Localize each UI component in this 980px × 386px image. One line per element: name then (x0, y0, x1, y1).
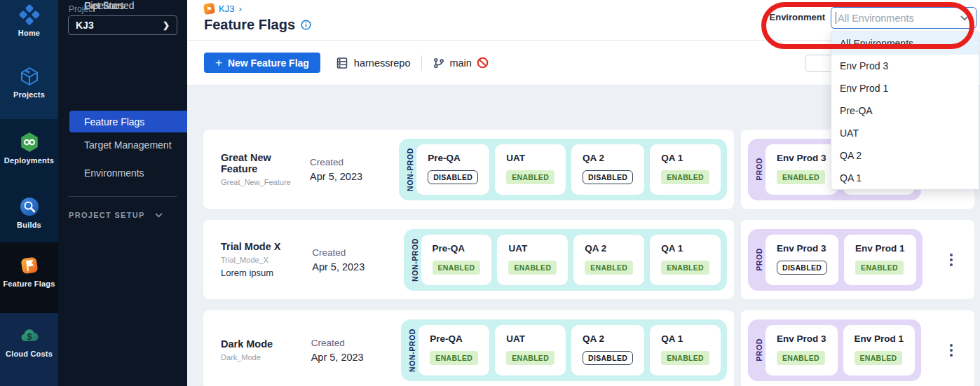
kebab-menu-button[interactable] (947, 251, 955, 269)
environment-card[interactable]: Env Prod 3DISABLED (765, 235, 838, 285)
rail-label: Cloud Costs (0, 350, 58, 358)
rail-item-projects[interactable]: Projects (0, 66, 58, 99)
non-prod-group-label: NON-PROD (408, 329, 416, 372)
environment-card[interactable]: Pre-QAENABLED (418, 325, 489, 375)
environment-card[interactable]: Pre-QADISABLED (416, 144, 489, 195)
environment-name: UAT (506, 333, 554, 344)
plus-icon: + (215, 56, 222, 70)
environment-card[interactable]: Pre-QAENABLED (421, 235, 492, 285)
flag-description: Lorem ipsum (221, 268, 312, 278)
created-date: Apr 5, 2023 (312, 261, 403, 273)
environment-name: UAT (506, 153, 554, 163)
flag-identifier: Trial_Mode_X (221, 256, 312, 264)
project-sidebar: Project KJ3 ❯ Feature Flags Target Manag… (58, 0, 187, 386)
environment-select[interactable]: All Environments (831, 7, 976, 29)
sidebar-item-environments[interactable]: Environments (84, 167, 144, 179)
environment-card[interactable]: QA 1ENABLED (650, 144, 721, 195)
status-badge: ENABLED (661, 351, 709, 365)
branch-selector[interactable]: main (433, 57, 488, 69)
environment-card[interactable]: UATENABLED (495, 144, 566, 195)
environment-card[interactable]: Env Prod 1ENABLED (844, 235, 916, 285)
status-badge: ENABLED (506, 351, 554, 365)
environment-card[interactable]: Env Prod 3ENABLED (765, 325, 838, 375)
flag-card[interactable]: Great New Feature Great_New_Feature Crea… (203, 130, 734, 209)
status-badge: ENABLED (661, 261, 709, 275)
status-badge: ENABLED (777, 170, 825, 184)
dropdown-option[interactable]: QA 1 (831, 167, 979, 189)
flag-name[interactable]: Trial Mode X (221, 241, 312, 252)
page-title: Feature Flags (204, 17, 295, 33)
environment-card[interactable]: QA 2DISABLED (571, 144, 644, 195)
dropdown-option[interactable]: Env Prod 1 (831, 77, 979, 99)
rail-item-feature-flags[interactable]: Feature Flags (0, 255, 58, 288)
flag-name-column: Trial Mode X Trial_Mode_X Lorem ipsum (221, 241, 312, 278)
dropdown-option[interactable]: All Environments (831, 32, 979, 55)
sidebar-item-target-management[interactable]: Target Management (84, 139, 172, 151)
feature-flag-row: Trial Mode X Trial_Mode_X Lorem ipsum Cr… (203, 220, 980, 299)
sidebar-item-feature-flags[interactable]: Feature Flags (69, 111, 187, 132)
new-feature-flag-button[interactable]: + New Feature Flag (204, 53, 320, 73)
flag-prod-card: PROD Env Prod 3ENABLEDEnv Prod 1ENABLED (741, 310, 974, 386)
harness-flag-icon: ⚑ (203, 3, 215, 15)
chevron-down-icon (155, 213, 163, 218)
environment-card[interactable]: QA 1ENABLED (650, 325, 721, 375)
rail-item-home[interactable]: Home (0, 4, 58, 37)
environment-card[interactable]: UATENABLED (495, 325, 566, 375)
environment-card[interactable]: QA 1ENABLED (650, 235, 721, 285)
kebab-menu-button[interactable] (947, 341, 955, 359)
created-column: Created Apr 5, 2023 (312, 247, 403, 273)
breadcrumb-project[interactable]: KJ3 (219, 4, 234, 14)
environment-card[interactable]: UATENABLED (497, 235, 568, 285)
environment-name: QA 2 (583, 333, 633, 344)
status-badge: DISABLED (583, 351, 633, 365)
flag-card[interactable]: Trial Mode X Trial_Mode_X Lorem ipsum Cr… (203, 220, 734, 299)
text-cursor (836, 12, 836, 24)
breadcrumb[interactable]: ⚑ KJ3 › (204, 4, 242, 14)
status-badge: ENABLED (855, 261, 904, 275)
flag-name[interactable]: Dark Mode (221, 338, 311, 350)
environment-name: Env Prod 1 (855, 243, 905, 254)
rail-label: Projects (0, 90, 58, 99)
project-setup-label: PROJECT SETUP (69, 211, 145, 219)
sidebar-item-get-started[interactable]: Get Started (84, 0, 135, 11)
chevron-right-icon: ❯ (163, 20, 170, 30)
environment-card[interactable]: Env Prod 3ENABLED (765, 144, 838, 195)
environment-card[interactable]: QA 2DISABLED (571, 325, 644, 375)
environment-card[interactable]: Env Prod 1ENABLED (843, 325, 916, 375)
project-selector[interactable]: KJ3 ❯ (68, 15, 177, 35)
created-label: Created (310, 157, 399, 167)
environment-name: Env Prod 3 (777, 153, 826, 163)
status-badge: ENABLED (508, 261, 557, 275)
info-icon[interactable] (301, 20, 311, 30)
repo-selector[interactable]: harnessrepo (336, 57, 411, 69)
dropdown-option[interactable]: QA 2 (831, 144, 979, 167)
deployments-icon (19, 132, 40, 153)
prod-group-label: PROD (755, 158, 763, 181)
environment-name: Pre-QA (428, 153, 478, 163)
toolbar-divider (421, 55, 422, 71)
environment-name: Pre-QA (430, 333, 478, 344)
rail-item-builds[interactable]: Builds (0, 196, 58, 229)
rail-label: Home (0, 29, 58, 37)
rail-item-cloud-costs[interactable]: $ Cloud Costs (0, 325, 58, 358)
rail-item-deployments[interactable]: Deployments (0, 132, 58, 165)
flag-card[interactable]: Dark Mode Dark_Mode Created Apr 5, 2023 … (203, 310, 734, 386)
flag-identifier: Dark_Mode (221, 353, 311, 361)
breadcrumb-separator: › (238, 4, 241, 14)
dropdown-option[interactable]: Pre-QA (831, 99, 979, 122)
dropdown-option[interactable]: UAT (831, 122, 979, 144)
environment-name: QA 2 (583, 153, 633, 163)
svg-text:$: $ (27, 332, 32, 342)
rail-label: Feature Flags (0, 280, 58, 288)
environment-name: Env Prod 3 (777, 333, 826, 344)
project-setup-toggle[interactable]: PROJECT SETUP (69, 211, 163, 219)
environment-filter-label: Environment (761, 12, 825, 22)
environment-card[interactable]: QA 2ENABLED (573, 235, 644, 285)
flag-name[interactable]: Great New Feature (221, 152, 310, 174)
chevron-down-icon (960, 15, 969, 21)
dropdown-option[interactable]: Env Prod 3 (831, 55, 979, 77)
environment-name: QA 1 (661, 243, 709, 254)
rail-label: Builds (0, 221, 58, 229)
environment-name: Pre-QA (433, 243, 481, 254)
projects-cube-icon (19, 66, 40, 87)
